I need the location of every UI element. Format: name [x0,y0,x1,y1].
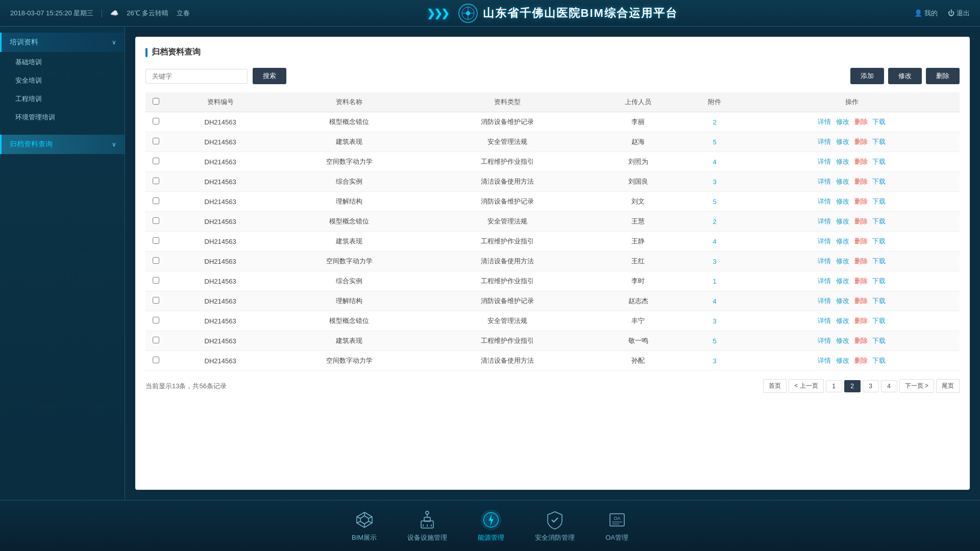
page-first-btn[interactable]: 首页 [763,379,787,393]
download-link[interactable]: 下载 [872,118,886,126]
detail-link[interactable]: 详情 [818,357,831,364]
select-all-checkbox[interactable] [153,98,159,105]
row-checkbox-7[interactable] [153,257,159,264]
detail-link[interactable]: 详情 [818,277,831,285]
edit-link[interactable]: 修改 [836,118,849,126]
download-link[interactable]: 下载 [872,237,886,245]
detail-link[interactable]: 详情 [818,317,831,324]
edit-link[interactable]: 修改 [836,297,849,305]
row-id: DH214563 [166,192,275,212]
row-checkbox-12[interactable] [153,357,159,363]
sidebar-item-safety-training[interactable]: 安全培训 [0,71,125,90]
nav-item-bim[interactable]: BIM展示 [352,510,377,542]
delete-button[interactable]: 删除 [926,68,960,84]
sidebar-item-basic-training[interactable]: 基础培训 [0,53,125,71]
delete-link[interactable]: 删除 [854,217,868,225]
delete-link[interactable]: 删除 [854,158,868,165]
delete-link[interactable]: 删除 [854,337,868,344]
delete-link[interactable]: 删除 [854,297,868,305]
download-link[interactable]: 下载 [872,257,886,265]
download-link[interactable]: 下载 [872,317,886,324]
download-link[interactable]: 下载 [872,178,886,185]
edit-link[interactable]: 修改 [836,158,849,165]
download-link[interactable]: 下载 [872,197,886,205]
edit-link[interactable]: 修改 [836,237,849,245]
row-uploader: 刘文 [591,192,685,212]
row-checkbox-3[interactable] [153,178,159,184]
nav-item-safety[interactable]: 安全消防管理 [535,510,575,542]
page-2-btn[interactable]: 2 [844,380,861,392]
edit-link[interactable]: 修改 [836,357,849,364]
sidebar-item-engineering-training[interactable]: 工程培训 [0,90,125,108]
detail-link[interactable]: 详情 [818,337,831,344]
edit-link[interactable]: 修改 [836,178,849,185]
delete-link[interactable]: 删除 [854,118,868,126]
row-type: 安全管理法规 [424,212,591,232]
add-button[interactable]: 添加 [850,68,884,84]
delete-link[interactable]: 删除 [854,257,868,265]
sidebar-section-training-header[interactable]: 培训资料 ∨ [0,33,125,52]
delete-link[interactable]: 删除 [854,138,868,145]
row-checkbox-5[interactable] [153,217,159,224]
page-4-btn[interactable]: 4 [881,380,897,392]
nav-item-facility[interactable]: 设备设施管理 [407,510,447,542]
delete-link[interactable]: 删除 [854,277,868,285]
nav-item-oa[interactable]: OA OA管理 [605,510,628,542]
delete-link[interactable]: 删除 [854,357,868,364]
download-link[interactable]: 下载 [872,217,886,225]
row-checkbox-11[interactable] [153,337,159,343]
edit-link[interactable]: 修改 [836,337,849,344]
page-1-btn[interactable]: 1 [826,380,842,392]
row-checkbox-0[interactable] [153,118,159,124]
search-button[interactable]: 搜索 [253,68,286,84]
download-link[interactable]: 下载 [872,138,886,145]
download-link[interactable]: 下载 [872,337,886,344]
edit-link[interactable]: 修改 [836,217,849,225]
sidebar-item-env-training[interactable]: 环境管理培训 [0,108,125,127]
row-checkbox-cell [145,311,166,331]
detail-link[interactable]: 详情 [818,118,831,126]
row-checkbox-9[interactable] [153,297,159,304]
edit-link[interactable]: 修改 [836,197,849,205]
logout-btn[interactable]: ⏻ 退出 [948,9,970,18]
delete-link[interactable]: 删除 [854,178,868,185]
edit-button[interactable]: 修改 [888,68,922,84]
page-3-btn[interactable]: 3 [863,380,879,392]
edit-link[interactable]: 修改 [836,257,849,265]
row-actions: 详情 修改 删除 下载 [744,112,960,132]
delete-link[interactable]: 删除 [854,237,868,245]
weather: 26℃ 多云转晴 [127,9,168,18]
detail-link[interactable]: 详情 [818,178,831,185]
edit-link[interactable]: 修改 [836,317,849,324]
sidebar-section-archive-header[interactable]: 归档资料查询 ∨ [0,135,125,154]
detail-link[interactable]: 详情 [818,138,831,145]
detail-link[interactable]: 详情 [818,237,831,245]
detail-link[interactable]: 详情 [818,257,831,265]
row-checkbox-4[interactable] [153,197,159,204]
delete-link[interactable]: 删除 [854,317,868,324]
page-prev-btn[interactable]: < 上一页 [789,379,823,393]
detail-link[interactable]: 详情 [818,297,831,305]
page-last-btn[interactable]: 尾页 [936,379,960,393]
row-checkbox-10[interactable] [153,317,159,323]
search-input[interactable] [145,69,248,84]
row-checkbox-8[interactable] [153,277,159,284]
row-checkbox-1[interactable] [153,138,159,144]
detail-link[interactable]: 详情 [818,158,831,165]
download-link[interactable]: 下载 [872,158,886,165]
edit-link[interactable]: 修改 [836,277,849,285]
detail-link[interactable]: 详情 [818,197,831,205]
row-type: 消防设备维护记录 [424,291,591,311]
detail-link[interactable]: 详情 [818,217,831,225]
row-checkbox-6[interactable] [153,237,159,244]
page-next-btn[interactable]: 下一页 > [899,379,934,393]
delete-link[interactable]: 删除 [854,197,868,205]
download-link[interactable]: 下载 [872,357,886,364]
table-row: DH214563 空间数字动力学 工程维护作业指引 刘照为 4 详情 修改 删除… [145,152,960,172]
row-checkbox-2[interactable] [153,158,159,164]
user-menu-btn[interactable]: 👤 我的 [914,9,938,18]
edit-link[interactable]: 修改 [836,138,849,145]
nav-item-energy[interactable]: 能源管理 [478,510,504,542]
download-link[interactable]: 下载 [872,297,886,305]
download-link[interactable]: 下载 [872,277,886,285]
